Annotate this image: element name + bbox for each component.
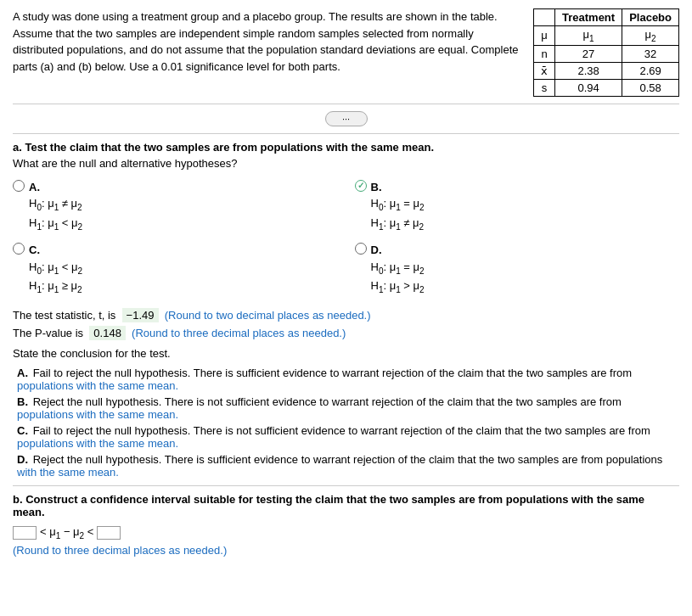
cell-s-treatment: 0.94 [555,79,622,96]
table-row-mu: μ μ1 μ2 [534,26,679,46]
cell-s-placebo: 0.58 [622,79,679,96]
option-c-label: C. [29,244,40,256]
conclusion-b-label: B. [17,395,28,408]
option-b-content: B. H0: μ1 = μ2 H1: μ1 ≠ μ2 [371,179,425,234]
conclusion-options: A. Fail to reject the null hypothesis. T… [13,367,679,479]
option-d-h1: H1: μ1 > μ2 [371,277,425,297]
option-d-h0: H0: μ1 = μ2 [371,259,425,278]
p-value-prefix: The P-value is [13,327,83,339]
option-d[interactable]: D. H0: μ1 = μ2 H1: μ1 > μ2 [355,239,680,300]
radio-d[interactable] [355,243,367,255]
option-a-h1: H1: μ1 < μ2 [29,215,82,234]
cell-mu-treatment: μ1 [555,26,622,46]
option-c-content: C. H0: μ1 < μ2 H1: μ1 ≥ μ2 [29,242,82,297]
option-c-h0: H0: μ1 < μ2 [29,259,82,278]
interval-upper-input[interactable] [97,526,121,540]
cell-mu-placebo: μ2 [622,26,679,46]
divider-3 [13,485,679,486]
conclusion-d-text: Reject the null hypothesis. There is suf… [17,453,662,479]
cell-n-treatment: 27 [555,45,622,62]
conclusion-c-text: Fail to reject the null hypothesis. Ther… [17,424,650,450]
conclusion-b-content: B. Reject the null hypothesis. There is … [17,395,679,421]
option-b-label: B. [371,181,382,193]
hypothesis-options-grid: A. H0: μ1 ≠ μ2 H1: μ1 < μ2 B. H0: μ1 = μ… [13,176,679,300]
interval-symbol: < μ1 − μ2 < [40,525,93,540]
row-label-mu: μ [534,26,555,46]
option-a-content: A. H0: μ1 ≠ μ2 H1: μ1 < μ2 [29,179,82,234]
conclusion-a-content: A. Fail to reject the null hypothesis. T… [17,367,679,392]
data-table: Treatment Placebo μ μ1 μ2 n 27 32 x̄ 2.3… [533,8,679,97]
option-a[interactable]: A. H0: μ1 ≠ μ2 H1: μ1 < μ2 [13,176,338,237]
option-a-label: A. [29,181,40,193]
table-row-xbar: x̄ 2.38 2.69 [534,62,679,79]
col-header-treatment: Treatment [555,9,622,26]
option-d-label: D. [371,244,382,256]
conclusion-a-text: Fail to reject the null hypothesis. Ther… [17,367,632,392]
row-label-xbar: x̄ [534,62,555,79]
option-b-h0: H0: μ1 = μ2 [371,195,425,215]
ellipsis-button[interactable]: ··· [325,111,368,126]
option-d-content: D. H0: μ1 = μ2 H1: μ1 > μ2 [371,242,425,297]
col-header-empty [534,9,555,26]
t-stat-line: The test statistic, t, is −1.49 (Round t… [13,308,679,322]
conclusion-a-label: A. [17,367,28,379]
table-row-n: n 27 32 [534,45,679,62]
cell-xbar-placebo: 2.69 [622,62,679,79]
interval-line: < μ1 − μ2 < [13,525,679,540]
option-b-h1: H1: μ1 ≠ μ2 [371,215,425,234]
conclusion-option-b[interactable]: B. Reject the null hypothesis. There is … [13,395,679,421]
t-stat-value: −1.49 [122,308,159,322]
conclusion-c-label: C. [17,424,28,437]
conclusion-d-label: D. [17,453,28,466]
option-c-h1: H1: μ1 ≥ μ2 [29,277,82,297]
conclusion-d-content: D. Reject the null hypothesis. There is … [17,453,679,479]
intro-paragraph: A study was done using a treatment group… [13,10,519,73]
conclusion-option-d[interactable]: D. Reject the null hypothesis. There is … [13,453,679,479]
conclusion-c-content: C. Fail to reject the null hypothesis. T… [17,424,679,450]
round-note: (Round to three decimal places as needed… [13,544,679,557]
interval-lower-input[interactable] [13,526,37,540]
divider-1 [13,104,679,104]
conclusion-option-a[interactable]: A. Fail to reject the null hypothesis. T… [13,367,679,392]
divider-2 [13,133,679,134]
row-label-s: s [534,79,555,96]
p-value-suffix: (Round to three decimal places as needed… [132,327,346,339]
conclusion-option-c[interactable]: C. Fail to reject the null hypothesis. T… [13,424,679,450]
option-b[interactable]: B. H0: μ1 = μ2 H1: μ1 ≠ μ2 [355,176,680,237]
t-stat-prefix: The test statistic, t, is [13,309,115,322]
table-row-s: s 0.94 0.58 [534,79,679,96]
option-a-h0: H0: μ1 ≠ μ2 [29,195,82,215]
part-b-section: b. Construct a confidence interval suita… [13,493,679,557]
hypothesis-question: What are the null and alternative hypoth… [13,157,679,170]
top-section: A study was done using a treatment group… [13,8,679,97]
p-value-line: The P-value is 0.148 (Round to three dec… [13,326,679,340]
option-c[interactable]: C. H0: μ1 < μ2 H1: μ1 ≥ μ2 [13,239,338,300]
part-b-label: b. Construct a confidence interval suita… [13,493,679,518]
conclusion-prompt: State the conclusion for the test. [13,347,679,360]
conclusion-b-text: Reject the null hypothesis. There is not… [17,395,622,421]
intro-text: A study was done using a treatment group… [13,8,525,97]
cell-xbar-treatment: 2.38 [555,62,622,79]
radio-a[interactable] [13,180,25,192]
t-stat-suffix: (Round to two decimal places as needed.) [165,309,371,322]
cell-n-placebo: 32 [622,45,679,62]
radio-c[interactable] [13,243,25,255]
p-value-value: 0.148 [89,326,126,340]
col-header-placebo: Placebo [622,9,679,26]
radio-b[interactable] [355,180,367,192]
part-a-section: a. Test the claim that the two samples a… [13,141,679,479]
row-label-n: n [534,45,555,62]
part-a-label: a. Test the claim that the two samples a… [13,141,679,154]
